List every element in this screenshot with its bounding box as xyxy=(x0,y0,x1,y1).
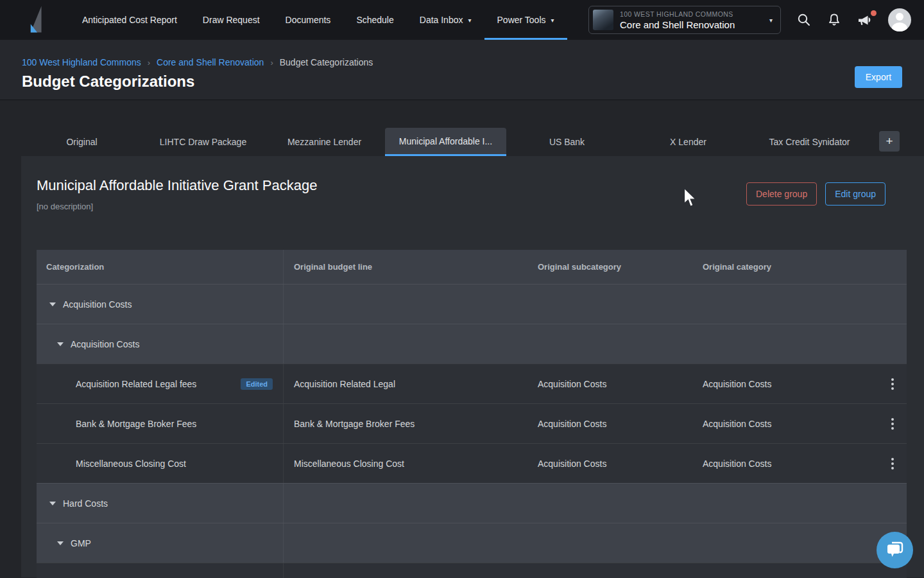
cell-categorization-label: Miscellaneous Closing Cost xyxy=(76,459,186,469)
sub-project-name: Core and Shell Renovation xyxy=(620,19,735,30)
cell-budget-line: Bank & Mortgage Broker Fees xyxy=(284,419,527,429)
group-row-label: Hard Costs xyxy=(63,498,108,509)
group-row-label: Acquisition Costs xyxy=(71,339,139,349)
chevron-down-icon: ▾ xyxy=(468,17,471,24)
column-header-original-subcategory: Original subcategory xyxy=(527,262,692,272)
nav-item-label: Anticipated Cost Report xyxy=(82,15,177,25)
table-group-row[interactable]: Acquisition Costs xyxy=(37,324,907,363)
nav-item-power-tools[interactable]: Power Tools ▾ xyxy=(484,0,567,40)
avatar[interactable] xyxy=(888,8,911,31)
sail-logo-icon xyxy=(28,4,46,35)
breadcrumb-link-100-west-highland-commons[interactable]: 100 West Highland Commons xyxy=(22,57,141,67)
topnav-items: Anticipated Cost Report Draw Request Doc… xyxy=(69,0,567,40)
table-group-row[interactable]: Hard Costs xyxy=(37,483,907,523)
breadcrumb-current-budget-categorizations: Budget Categorizations xyxy=(280,57,373,67)
page-header: 100 West Highland Commons›Core and Shell… xyxy=(0,40,924,100)
column-header-categorization: Categorization xyxy=(37,250,284,284)
cell-categorization-label: Bank & Mortgage Broker Fees xyxy=(76,419,196,429)
chevron-down-icon: ▾ xyxy=(769,17,773,24)
tab-municipal-affordable-i[interactable]: Municipal Affordable I... xyxy=(385,128,506,156)
tab-x-lender[interactable]: X Lender xyxy=(628,128,749,156)
breadcrumb: 100 West Highland Commons›Core and Shell… xyxy=(22,40,902,67)
row-menu-button[interactable] xyxy=(878,444,907,483)
table-header-row: Categorization Original budget line Orig… xyxy=(37,250,907,284)
project-name: 100 WEST HIGHLAND COMMONS xyxy=(620,10,735,18)
cell-subcategory: Acquisition Costs xyxy=(527,419,692,429)
chat-bubbles-icon xyxy=(886,541,905,559)
chevron-down-icon[interactable] xyxy=(57,541,64,545)
page-title: Budget Categorizations xyxy=(22,73,902,91)
edited-badge: Edited xyxy=(241,378,273,390)
cell-budget-line: Miscellaneous Closing Cost xyxy=(284,459,527,469)
cell-category: Acquisition Costs xyxy=(692,379,878,389)
bell-icon[interactable] xyxy=(826,12,842,28)
nav-item-label: Power Tools xyxy=(497,15,546,25)
nav-item-label: Documents xyxy=(286,15,331,25)
chevron-down-icon: ▾ xyxy=(551,17,554,24)
nav-item-label: Schedule xyxy=(356,15,393,25)
group-row-label: GMP xyxy=(71,538,91,548)
table-row: Acquisition Related Legal fees Edited Ac… xyxy=(37,363,907,403)
chevron-down-icon[interactable] xyxy=(49,502,56,505)
group-row-label: Acquisition Costs xyxy=(63,299,132,310)
megaphone-icon[interactable] xyxy=(857,12,873,28)
row-menu-button[interactable] xyxy=(878,364,907,403)
project-thumbnail xyxy=(593,10,613,30)
table-row: Miscellaneous Closing Cost Miscellaneous… xyxy=(37,443,907,483)
nav-item-data-inbox[interactable]: Data Inbox ▾ xyxy=(407,0,484,40)
tab-lihtc-draw-package[interactable]: LIHTC Draw Package xyxy=(142,128,264,156)
breadcrumb-link-core-and-shell-renovation[interactable]: Core and Shell Renovation xyxy=(157,57,264,67)
top-navigation-bar: Anticipated Cost Report Draw Request Doc… xyxy=(0,0,924,40)
column-header-original-category: Original category xyxy=(692,262,878,272)
cell-categorization-label: Acquisition Related Legal fees xyxy=(76,379,196,389)
app-logo[interactable] xyxy=(28,0,46,40)
tab-bar: Original LIHTC Draw Package Mezzanine Le… xyxy=(0,128,924,156)
notification-dot xyxy=(871,10,877,16)
project-selector[interactable]: 100 WEST HIGHLAND COMMONS Core and Shell… xyxy=(588,6,781,34)
table-row: Bank & Mortgage Broker Fees Bank & Mortg… xyxy=(37,403,907,443)
delete-group-button[interactable]: Delete group xyxy=(746,182,817,206)
tab-original[interactable]: Original xyxy=(21,128,142,156)
categorization-table: Categorization Original budget line Orig… xyxy=(37,250,907,578)
chevron-down-icon[interactable] xyxy=(57,342,64,346)
search-icon[interactable] xyxy=(796,12,812,28)
column-header-original-budget-line: Original budget line xyxy=(284,262,527,272)
table-group-row[interactable]: GMP xyxy=(37,523,907,563)
table-group-row[interactable]: Acquisition Costs xyxy=(37,284,907,324)
group-panel: Municipal Affordable Initiative Grant Pa… xyxy=(21,156,924,577)
nav-item-label: Draw Request xyxy=(203,15,260,25)
row-menu-button[interactable] xyxy=(878,404,907,443)
add-group-button[interactable]: + xyxy=(879,131,900,152)
cell-subcategory: Acquisition Costs xyxy=(527,459,692,469)
tab-mezzanine-lender[interactable]: Mezzanine Lender xyxy=(264,128,385,156)
nav-item-draw-request[interactable]: Draw Request xyxy=(190,0,273,40)
export-button[interactable]: Export xyxy=(855,66,902,88)
nav-item-schedule[interactable]: Schedule xyxy=(343,0,406,40)
breadcrumb-separator: › xyxy=(148,58,150,67)
tab-us-bank[interactable]: US Bank xyxy=(506,128,628,156)
chat-launcher-button[interactable] xyxy=(877,532,913,568)
tabs: Original LIHTC Draw Package Mezzanine Le… xyxy=(21,128,870,156)
nav-item-label: Data Inbox xyxy=(420,15,463,25)
nav-item-documents[interactable]: Documents xyxy=(273,0,344,40)
cell-category: Acquisition Costs xyxy=(692,459,878,469)
breadcrumb-separator: › xyxy=(270,58,273,67)
chevron-down-icon[interactable] xyxy=(49,302,56,306)
table-body: Acquisition Costs Acquisition Costs Acqu… xyxy=(37,284,907,578)
avatar-head xyxy=(896,13,903,21)
cell-category: Acquisition Costs xyxy=(692,419,878,429)
cell-budget-line: Acquisition Related Legal xyxy=(284,379,527,389)
edit-group-button[interactable]: Edit group xyxy=(825,182,886,206)
avatar-body xyxy=(892,22,907,31)
table-row xyxy=(37,563,907,578)
cell-subcategory: Acquisition Costs xyxy=(527,379,692,389)
nav-item-anticipated-cost-report[interactable]: Anticipated Cost Report xyxy=(69,0,190,40)
tab-tax-credit-synidator[interactable]: Tax Credit Synidator xyxy=(749,128,870,156)
